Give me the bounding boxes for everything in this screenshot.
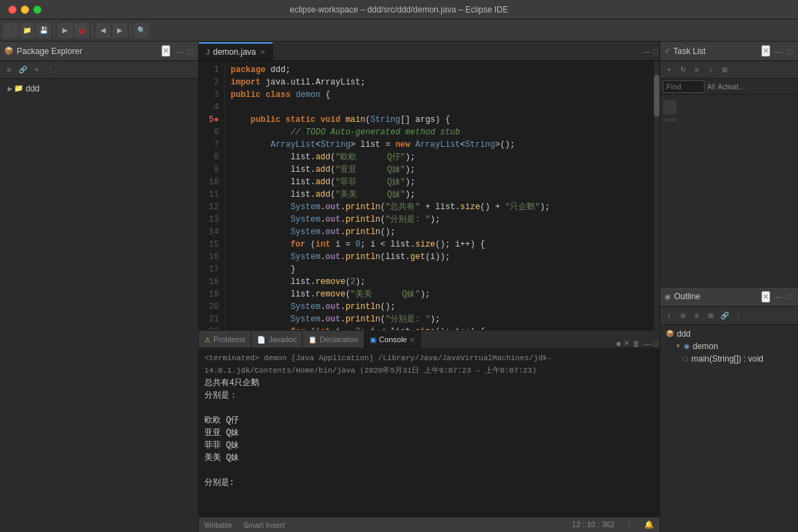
console-terminate[interactable]: ■	[615, 339, 623, 348]
close-button[interactable]	[8, 6, 17, 14]
task-sort[interactable]: ↕	[704, 64, 717, 76]
console-clear[interactable]: 🗑	[631, 339, 641, 348]
task-list-title: Task List	[673, 46, 759, 56]
window-title: eclipse-workspace – ddd/src/ddd/demon.ja…	[290, 5, 508, 15]
console-line-7: 分别是:	[204, 477, 654, 486]
right-panel: ✓ Task List ✕ — □ + ↻ ≡ ↕ ⊞ All Activat.…	[659, 42, 798, 532]
tab-javadoc[interactable]: 📄 Javadoc	[251, 331, 303, 348]
pe-new[interactable]: +	[30, 64, 43, 76]
toolbar-new[interactable]: ⬛	[3, 23, 18, 38]
outline-link[interactable]: 🔗	[718, 309, 731, 321]
editor-tabs-spacer	[273, 42, 642, 60]
toolbar-run[interactable]: ▶	[57, 23, 73, 38]
editor-scrollbar-thumb	[654, 75, 659, 116]
task-filter[interactable]: ≡	[691, 64, 703, 76]
toolbar-sep-3	[130, 24, 131, 37]
tab-problems[interactable]: ⚠ Problems	[199, 331, 251, 348]
task-list-maximize[interactable]: □	[786, 47, 794, 55]
line-numbers: 1 2 3 4 5● 6 7 8 9 10 11 12 13 14 15 16 …	[199, 61, 225, 345]
outline-package-icon: 📦	[666, 330, 674, 337]
maximize-button[interactable]	[33, 6, 42, 14]
task-group[interactable]: ⊞	[718, 64, 731, 76]
task-list-content	[660, 95, 798, 127]
outline-icon: ◉	[664, 292, 671, 301]
outline-header: ◉ Outline ✕ — □	[660, 287, 798, 307]
toolbar-prev[interactable]: ◀	[96, 23, 111, 38]
task-icon-1	[663, 100, 677, 114]
task-find-input[interactable]	[663, 80, 704, 93]
package-explorer-minimize[interactable]: —	[173, 47, 184, 55]
console-icon: ▣	[370, 336, 376, 344]
outline-sort[interactable]: ↕	[663, 309, 675, 321]
task-list-minimize[interactable]: —	[773, 47, 783, 55]
tree-item-ddd[interactable]: ▶ 📁 ddd	[0, 82, 198, 96]
pe-collapse-all[interactable]: ≡	[3, 64, 15, 76]
main-toolbar: ⬛ 📁 💾 ▶ 🐞 ◀ ▶ 🔍	[0, 19, 798, 42]
console-output: <terminated> demon [Java Application] /L…	[199, 349, 659, 486]
editor-scrollbar[interactable]	[654, 61, 659, 345]
package-explorer-maximize[interactable]: □	[186, 47, 194, 55]
task-list-find-row: All Activat...	[660, 79, 798, 95]
editor-tab-demonjava[interactable]: J demon.java ✕	[199, 42, 273, 60]
editor-tabs: J demon.java ✕ — □	[199, 42, 659, 61]
status-right: 12 : 10 : 362 ⋮ 🔔	[572, 520, 654, 529]
console-terminated-line: <terminated> demon [Java Application] /L…	[204, 352, 654, 377]
tab-problems-label: Problems	[213, 335, 245, 344]
outline-content: 📦 ddd ▼ ◉ demon ⬡ main(String[]) : void	[660, 325, 798, 368]
console-line-3: 欧欧 Q仔	[204, 414, 654, 427]
outline-item-main[interactable]: ⬡ main(String[]) : void	[663, 353, 795, 365]
console-line-4: 亚亚 Q妹	[204, 427, 654, 439]
declaration-icon: 📋	[308, 336, 317, 344]
editor-maximize[interactable]: □	[652, 42, 659, 60]
main-layout: 📦 Package Explorer ✕ — □ ≡ 🔗 + ⋮ ▶ 📁 ddd…	[0, 42, 798, 532]
console-remove[interactable]: ✕	[622, 339, 631, 348]
outline-arrow-demon: ▼	[674, 342, 682, 351]
tab-console[interactable]: ▣ Console ✕	[364, 331, 421, 348]
console-maximize[interactable]: □	[652, 339, 659, 348]
outline-group[interactable]: ⊞	[704, 309, 717, 321]
package-explorer-close[interactable]: ✕	[161, 45, 170, 57]
editor-minimize[interactable]: —	[641, 42, 652, 60]
toolbar-search[interactable]: 🔍	[134, 23, 149, 38]
problems-icon: ⚠	[204, 336, 211, 344]
minimize-button[interactable]	[21, 6, 29, 14]
task-new[interactable]: +	[663, 64, 675, 76]
toolbar-open[interactable]: 📁	[19, 23, 35, 38]
console-minimize[interactable]: —	[641, 339, 652, 348]
outline-item-ddd[interactable]: 📦 ddd	[663, 328, 795, 340]
outline-hide[interactable]: ⊘	[677, 309, 689, 321]
outline-minimize[interactable]: —	[773, 292, 783, 301]
task-all-label: All	[707, 83, 715, 91]
window-controls[interactable]	[8, 6, 42, 14]
pe-menu[interactable]: ⋮	[44, 64, 57, 76]
pe-link-editor[interactable]: 🔗	[17, 64, 29, 76]
console-line-1: 总共有4只企鹅	[204, 377, 654, 389]
console-tab-close[interactable]: ✕	[409, 336, 415, 344]
code-content[interactable]: package ddd; import java.util.ArrayList;…	[225, 61, 654, 345]
package-explorer-toolbar: ≡ 🔗 + ⋮	[0, 61, 198, 79]
tab-declaration[interactable]: 📋 Declaration	[303, 331, 364, 348]
outline-class-icon: ◉	[684, 342, 690, 350]
outline-ddd-label: ddd	[677, 329, 691, 339]
task-refresh[interactable]: ↻	[677, 64, 689, 76]
package-explorer-icon: 📦	[4, 46, 14, 55]
toolbar-save[interactable]: 💾	[36, 23, 51, 38]
outline-filter[interactable]: ≡	[691, 309, 703, 321]
outline-method-icon: ⬡	[682, 355, 689, 362]
package-explorer-header: 📦 Package Explorer ✕ — □	[0, 42, 198, 61]
toolbar-next[interactable]: ▶	[112, 23, 127, 38]
outline-close[interactable]: ✕	[761, 291, 770, 303]
status-menu-btn[interactable]: ⋮	[626, 520, 633, 529]
editor-tab-close[interactable]: ✕	[260, 48, 265, 56]
outline-maximize[interactable]: □	[786, 292, 794, 301]
outline-menu[interactable]: ⋮	[732, 309, 745, 321]
tab-console-label: Console	[379, 335, 407, 344]
center-area: J demon.java ✕ — □ 1 2 3 4 5● 6 7 8 9 10…	[199, 42, 659, 532]
javadoc-icon: 📄	[257, 336, 265, 344]
tree-label-ddd: ddd	[26, 84, 39, 94]
task-list-close[interactable]: ✕	[761, 45, 770, 57]
task-list-icon: ✓	[664, 46, 671, 55]
tree-arrow-ddd: ▶	[6, 85, 14, 93]
toolbar-debug[interactable]: 🐞	[74, 23, 89, 38]
outline-item-demon[interactable]: ▼ ◉ demon	[663, 340, 795, 353]
